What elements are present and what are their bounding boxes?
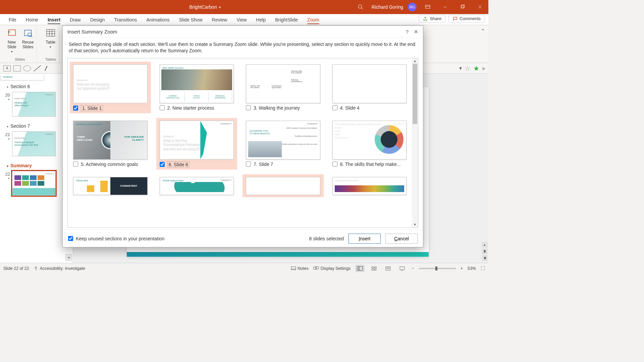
freeform-shape[interactable]: 〳 — [44, 65, 51, 71]
zoom-cell-3[interactable]: Walking the journeyAttracting high- leve… — [243, 62, 324, 113]
tab-animations[interactable]: Animations — [142, 15, 174, 25]
zoom-cell-9[interactable]: Hiring ratesCONSISTENT — [70, 174, 151, 197]
panel-scroll-down[interactable]: ▾ — [65, 254, 72, 261]
zoom-cell-11[interactable] — [243, 174, 324, 197]
zoom-cell-7[interactable]: ELEVATING YOU TO NEW HEIGHTS150% increas… — [243, 118, 324, 170]
rect-shape[interactable] — [13, 65, 21, 71]
view-reading-icon[interactable] — [383, 265, 393, 272]
scroll-up-icon[interactable]: ▲ — [412, 58, 418, 64]
ribbon-display-icon[interactable] — [421, 0, 434, 14]
reuse-slides-button[interactable]: Reuse Slides — [21, 27, 35, 54]
new-slide-button[interactable]: New Slide ▾ — [5, 27, 19, 54]
cell-checkbox-row[interactable]: 4. Slide 4 — [332, 105, 407, 111]
comments-button[interactable]: Comments — [448, 15, 485, 22]
keep-unused-checkbox[interactable]: Keep unused sections in your presentatio… — [68, 236, 165, 241]
document-name[interactable]: BrightCarbon ▾ — [56, 4, 354, 10]
more-icon[interactable]: » — [482, 65, 485, 71]
cell-checkbox[interactable] — [160, 105, 165, 110]
cell-checkbox-row[interactable]: 2. New starter process — [160, 105, 234, 111]
cell-thumb[interactable]: The skills that help make our world go r… — [332, 121, 407, 160]
cell-checkbox[interactable] — [332, 162, 337, 167]
vertical-scrollbar[interactable]: ▲ ⯭ ⯯ — [482, 74, 488, 263]
zoom-cell-1[interactable]: MODULE AWhy are we changing our appraisa… — [70, 62, 151, 113]
anim-star-outline-icon[interactable]: ☆ — [465, 64, 471, 72]
zoom-cell-6[interactable]: MODULE BWhat is the Five Conversations F… — [156, 118, 237, 170]
section-header-6[interactable]: Section 6 — [1, 80, 71, 91]
line-shape[interactable] — [34, 65, 41, 71]
scroll-thumb[interactable] — [413, 64, 417, 124]
zoom-cell-2[interactable]: New starter processCOMPANY INTRODUCTIONO… — [156, 62, 237, 113]
textbox-shape[interactable]: A — [3, 65, 11, 71]
fit-window-icon[interactable]: ⛶ — [481, 266, 485, 271]
insert-button[interactable]: Insert — [348, 234, 381, 244]
zoom-cell-8[interactable]: The skills that help make our world go r… — [329, 118, 410, 170]
tab-view[interactable]: View — [232, 15, 251, 25]
slide-thumb-22[interactable]: Company ⟳ — [12, 171, 56, 196]
cell-checkbox-row[interactable]: 3. Walking the journey — [246, 105, 320, 111]
close-icon[interactable] — [474, 0, 486, 14]
tab-zoom[interactable]: Zoom — [303, 15, 324, 25]
search-icon[interactable] — [354, 0, 367, 14]
cell-thumb[interactable]: ELEVATING YOU TO NEW HEIGHTS150% increas… — [246, 121, 320, 160]
zoom-cell-5[interactable]: Achieving common goalsTHINK HIGH-LEVELFO… — [70, 118, 151, 170]
cell-checkbox[interactable] — [160, 162, 165, 167]
cell-checkbox-row[interactable]: 6. Slide 6 — [160, 162, 234, 168]
cell-thumb[interactable]: Hiring ratesCONSISTENT — [73, 177, 148, 195]
slide-thumb-partial[interactable]: feedback — [1, 75, 44, 80]
cell-checkbox[interactable] — [246, 162, 251, 167]
cell-checkbox[interactable] — [332, 105, 337, 110]
scroll-down-icon[interactable]: ▼ — [412, 222, 418, 227]
close-icon[interactable]: ✕ — [414, 29, 418, 35]
slide-row-20[interactable]: 20 ✦ Company ⟳ EXERCISE 4 Dealing with d… — [1, 91, 71, 120]
tab-transitions[interactable]: Transitions — [109, 15, 142, 25]
zoom-cell-10[interactable]: Global support baseCompany ⟳ — [156, 174, 237, 197]
oval-shape[interactable] — [23, 65, 31, 71]
scroll-up-icon[interactable]: ▲ — [482, 242, 487, 247]
slide-row-21[interactable]: 21 ✦ Company ⟳ EXERCISE 5 Tracking emplo… — [1, 131, 71, 160]
zoom-thumb[interactable] — [435, 266, 437, 270]
tab-draw[interactable]: Draw — [65, 15, 86, 25]
view-slideshow-icon[interactable] — [397, 265, 407, 272]
cell-thumb[interactable]: New starter processCOMPANY INTRODUCTIONO… — [160, 64, 234, 103]
view-normal-icon[interactable] — [355, 265, 365, 272]
tab-slide-show[interactable]: Slide Show — [174, 15, 207, 25]
zoom-in-button[interactable]: + — [461, 266, 463, 271]
tab-design[interactable]: Design — [86, 15, 110, 25]
zoom-slider[interactable] — [419, 268, 456, 269]
cell-thumb[interactable] — [246, 177, 320, 195]
tab-help[interactable]: Help — [252, 15, 271, 25]
minimize-icon[interactable] — [439, 0, 451, 14]
next-slide-icon[interactable]: ⯯ — [482, 255, 487, 261]
cell-thumb[interactable]: Walking the journeyAttracting high- leve… — [246, 64, 320, 103]
dialog-scrollbar[interactable]: ▲ ▼ — [412, 58, 418, 227]
notes-button[interactable]: Notes — [291, 266, 309, 271]
user-avatar[interactable]: RG — [408, 3, 417, 11]
cell-checkbox[interactable] — [73, 106, 78, 111]
accessibility-status[interactable]: Accessibility: Investigate — [34, 266, 85, 271]
zoom-value[interactable]: 53% — [468, 266, 476, 271]
cell-checkbox-row[interactable]: 8. The skills that help make... — [332, 162, 407, 167]
cell-thumb[interactable]: COMMON GOALTWO CLEAR OPTIONS — [332, 64, 407, 103]
cell-thumb[interactable]: Achieving common goalsTHINK HIGH-LEVELFO… — [73, 121, 148, 160]
cell-thumb[interactable]: MODULE BWhat is the Five Conversations F… — [160, 121, 234, 160]
zoom-out-button[interactable]: − — [412, 266, 414, 271]
cancel-button[interactable]: Cancel — [385, 234, 418, 244]
display-settings-button[interactable]: Display Settings — [313, 266, 351, 271]
maximize-icon[interactable] — [456, 0, 469, 14]
chevron-down-icon[interactable]: ▾ — [459, 65, 462, 71]
anim-star-icon[interactable]: ★ — [473, 64, 479, 72]
collapse-ribbon-icon[interactable]: ⌃ — [481, 28, 485, 34]
slide-thumb-21[interactable]: Company ⟳ EXERCISE 5 Tracking employee d… — [12, 131, 56, 156]
cell-checkbox[interactable] — [246, 105, 251, 110]
zoom-cell-12[interactable]: Geographical demandSTRONGEST TRENDS — [329, 174, 410, 197]
prev-slide-icon[interactable]: ⯭ — [482, 249, 487, 254]
zoom-cell-4[interactable]: COMMON GOALTWO CLEAR OPTIONS4. Slide 4 — [329, 62, 410, 113]
tab-brightslide[interactable]: BrightSlide — [270, 15, 303, 25]
cell-thumb[interactable]: Global support baseCompany ⟳ — [160, 177, 234, 195]
view-sorter-icon[interactable] — [369, 265, 379, 272]
table-button[interactable]: Table ▾ — [44, 27, 58, 49]
cell-checkbox[interactable] — [73, 162, 78, 167]
cell-checkbox-row[interactable]: 1. Slide 1 — [73, 105, 148, 111]
cell-checkbox-row[interactable]: 7. Slide 7 — [246, 162, 320, 167]
tab-home[interactable]: Home — [21, 15, 43, 25]
